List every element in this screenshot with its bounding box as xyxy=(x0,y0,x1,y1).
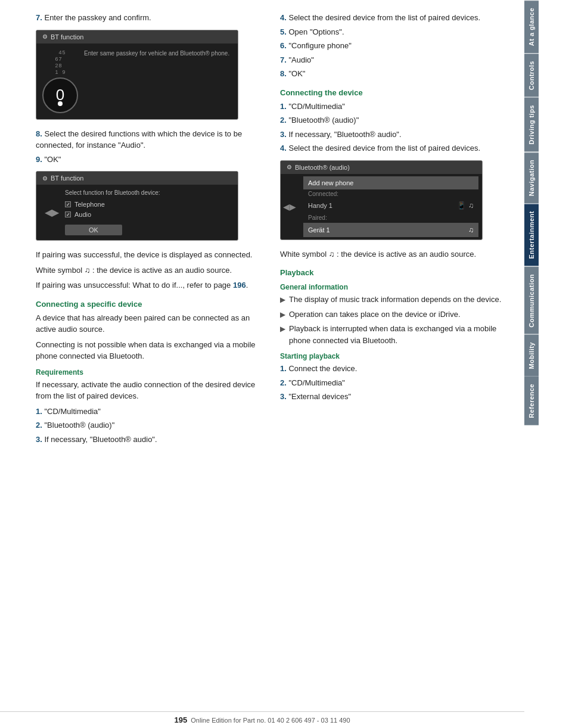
bt-audio-body: ◀▶ Add new phone Connected: Handy 1 📱 ♫ … xyxy=(281,174,482,239)
connecting-device-heading: Connecting the device xyxy=(280,88,506,97)
bt-body: ◀▶ Select function for Bluetooth device:… xyxy=(36,185,238,240)
left-req-step-1: 1. "CD/Multimedia" xyxy=(36,406,262,418)
sidebar-tab-navigation[interactable]: Navigation xyxy=(524,152,539,203)
bt-audio-title: ⚙ Bluetooth® (audio) xyxy=(281,161,482,174)
general-info-heading: General information xyxy=(280,283,506,291)
bt-title-bar: ⚙ BT function xyxy=(36,172,238,185)
right-steps-top: 4. Select the desired device from the li… xyxy=(280,12,506,80)
para-requirements: If necessary, activate the audio connect… xyxy=(36,379,262,402)
sidebar-tab-entertainment[interactable]: Entertainment xyxy=(524,203,539,266)
footer: 195 Online Edition for Part no. 01 40 2 … xyxy=(0,711,524,728)
paired-label: Paired: xyxy=(303,213,478,223)
right-starting-step-2: 2. "CD/Multimedia" xyxy=(280,377,506,389)
bt-audio-mockup: ⚙ Bluetooth® (audio) ◀▶ Add new phone Co… xyxy=(280,160,483,240)
left-req-step-3: 3. If necessary, "Bluetooth® audio". xyxy=(36,434,262,446)
sidebar: At a glanceControlsDriving tipsNavigatio… xyxy=(524,0,572,728)
footer-text: Online Edition for Part no. 01 40 2 606 … xyxy=(191,717,350,724)
step-9: 9. "OK" xyxy=(36,154,262,166)
right-starting-steps: 1. Connect the device.2. "CD/Multimedia"… xyxy=(280,363,506,403)
right-top-step-7: 7. "Audio" xyxy=(280,54,506,66)
playback-heading: Playback xyxy=(280,268,506,277)
step-8-text: Select the desired functions with which … xyxy=(36,129,242,150)
left-req-step-2: 2. "Bluetooth® (audio)" xyxy=(36,419,262,431)
left-req-steps: 1. "CD/Multimedia"2. "Bluetooth® (audio)… xyxy=(36,406,262,446)
right-top-step-4: 4. Select the desired device from the li… xyxy=(280,12,506,24)
para-pairing-success: If pairing was successful, the device is… xyxy=(36,249,262,261)
gerat1-icons: ♫ xyxy=(468,226,474,234)
step-8: 8. Select the desired functions with whi… xyxy=(36,128,262,151)
right-connecting-steps: 1. "CD/Multimedia"2. "Bluetooth® (audio)… xyxy=(280,101,506,154)
sidebar-tab-controls[interactable]: Controls xyxy=(524,53,539,97)
passkey-dial: 45 67 28 19 0 xyxy=(42,49,78,113)
connecting-specific-device-heading: Connecting a specific device xyxy=(36,300,262,309)
right-para-white-symbol: White symbol ♫ : the device is active as… xyxy=(280,248,506,260)
bt-icon3: ⚙ xyxy=(287,164,292,170)
page-number: 195 xyxy=(174,715,187,724)
left-column: 7. Enter the passkey and confirm. ⚙ BT f… xyxy=(36,12,262,447)
passkey-info-text: Enter same passkey for vehicle and Bluet… xyxy=(84,49,229,113)
starting-playback-heading: Starting playback xyxy=(280,352,506,360)
right-connecting-step-1: 1. "CD/Multimedia" xyxy=(280,101,506,113)
connected-label: Connected: xyxy=(303,189,478,198)
right-bullets: ▶The display of music track information … xyxy=(280,294,506,346)
bullet-item-2: ▶Operation can takes place on the device… xyxy=(280,309,506,321)
bt-checkbox-audio: ✓ xyxy=(65,211,71,217)
right-column: 4. Select the desired device from the li… xyxy=(280,12,506,447)
bullet-item-1: ▶The display of music track information … xyxy=(280,294,506,306)
right-top-step-6: 6. "Configure phone" xyxy=(280,40,506,52)
page-link-196[interactable]: 196 xyxy=(233,281,246,290)
right-connecting-step-4: 4. Select the desired device from the li… xyxy=(280,142,506,154)
sidebar-tab-reference[interactable]: Reference xyxy=(524,377,539,425)
bt-function-mockup: ⚙ BT function ◀▶ Select function for Blu… xyxy=(36,171,238,241)
bt-option-audio: ✓ Audio xyxy=(65,211,232,218)
bt-audio-list: Add new phone Connected: Handy 1 📱 ♫ Pai… xyxy=(303,176,478,237)
right-top-step-5: 5. Open "Options". xyxy=(280,26,506,38)
right-starting-step-1: 1. Connect the device. xyxy=(280,363,506,375)
passkey-screen-mockup: ⚙ BT function 45 67 28 19 0 xyxy=(36,30,238,120)
bt-audio-nav: ◀▶ xyxy=(281,176,299,237)
bt-options: Select function for Bluetooth device: ✓ … xyxy=(65,189,232,235)
para-device-already-paired: A device that has already been paired ca… xyxy=(36,312,262,335)
step-7: 7. Enter the passkey and confirm. xyxy=(36,12,262,24)
sidebar-tabs: At a glanceControlsDriving tipsNavigatio… xyxy=(524,0,572,425)
right-connecting-step-3: 3. If necessary, "Bluetooth® audio". xyxy=(280,129,506,141)
bullet-item-3: ▶Playback is interrupted when data is ex… xyxy=(280,323,506,346)
sidebar-tab-communication[interactable]: Communication xyxy=(524,266,539,335)
right-starting-step-3: 3. "External devices" xyxy=(280,391,506,403)
bt-handy1-row: Handy 1 📱 ♫ xyxy=(303,198,478,213)
passkey-dial-circle: 0 xyxy=(42,77,78,113)
para-pairing-fail: If pairing was unsuccessful: What to do … xyxy=(36,279,262,291)
step-9-text: "OK" xyxy=(44,155,61,164)
dial-indicator xyxy=(58,101,63,106)
passkey-body: 45 67 28 19 0 Enter same passkey for veh… xyxy=(36,43,238,119)
bt-checkbox-telephone: ✓ xyxy=(65,201,71,207)
para-white-symbol: White symbol ♫ : the device is active as… xyxy=(36,265,262,276)
handy1-icons: 📱 ♫ xyxy=(457,201,474,210)
sidebar-tab-driving-tips[interactable]: Driving tips xyxy=(524,97,539,152)
bt-option-telephone: ✓ Telephone xyxy=(65,201,232,208)
right-top-step-8: 8. "OK" xyxy=(280,68,506,80)
sidebar-tab-at-a-glance[interactable]: At a glance xyxy=(524,0,539,53)
bt-gerat1-row: Gerät 1 ♫ xyxy=(303,223,478,237)
bt-nav-arrows: ◀▶ xyxy=(45,189,59,235)
right-connecting-step-2: 2. "Bluetooth® (audio)" xyxy=(280,114,506,126)
para-connecting-not-possible: Connecting is not possible when data is … xyxy=(36,339,262,362)
bt-ok-button[interactable]: OK xyxy=(65,225,122,235)
bt-add-new-phone: Add new phone xyxy=(303,176,478,189)
sidebar-tab-mobility[interactable]: Mobility xyxy=(524,334,539,377)
main-content: 7. Enter the passkey and confirm. ⚙ BT f… xyxy=(0,0,524,728)
passkey-title-bar: ⚙ BT function xyxy=(36,30,238,43)
bt-icon2: ⚙ xyxy=(42,175,48,182)
requirements-heading: Requirements xyxy=(36,368,262,377)
bt-icon: ⚙ xyxy=(42,33,48,40)
